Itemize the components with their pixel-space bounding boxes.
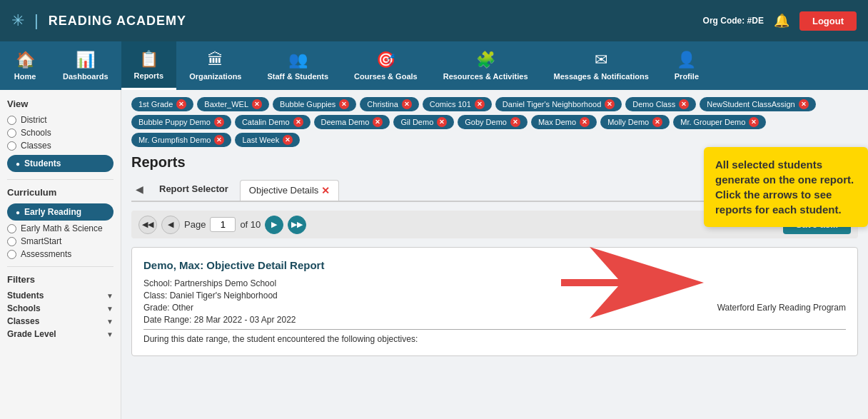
tab-objective-details[interactable]: Objective Details ✕ bbox=[240, 180, 340, 201]
curriculum-early-math[interactable]: Early Math & Science bbox=[7, 223, 113, 233]
tag-remove-demo-class[interactable]: ✕ bbox=[679, 99, 689, 109]
view-classes-label: Classes bbox=[21, 141, 51, 151]
sidebar: View District Schools Classes Students C… bbox=[0, 90, 121, 419]
tag-remove-1st-grade[interactable]: ✕ bbox=[176, 99, 186, 109]
nav-item-courses-goals[interactable]: 🎯 Courses & Goals bbox=[341, 41, 430, 90]
tag-remove-baxter-wel[interactable]: ✕ bbox=[252, 99, 262, 109]
profile-icon: 👤 bbox=[677, 51, 696, 69]
view-schools[interactable]: Schools bbox=[7, 128, 113, 138]
tag-goby: Goby Demo ✕ bbox=[458, 115, 528, 129]
filter-students-label: Students bbox=[7, 291, 44, 301]
tag-remove-bubble-puppy[interactable]: ✕ bbox=[214, 117, 224, 127]
nav-label-messages: Messages & Notifications bbox=[554, 72, 649, 81]
curriculum-early-math-label: Early Math & Science bbox=[21, 223, 103, 233]
curriculum-assessments[interactable]: Assessments bbox=[7, 249, 113, 259]
tab-objective-details-label: Objective Details bbox=[249, 185, 319, 196]
tag-remove-gil[interactable]: ✕ bbox=[437, 117, 447, 127]
reports-icon: 📋 bbox=[139, 50, 158, 69]
tag-remove-bubble-guppies[interactable]: ✕ bbox=[339, 99, 349, 109]
curriculum-smartstart[interactable]: SmartStart bbox=[7, 236, 113, 246]
tab-prev-arrow[interactable]: ◀ bbox=[131, 181, 148, 198]
logo-icon: ✳ bbox=[11, 11, 24, 30]
report-description: During this date range, the student enco… bbox=[143, 334, 846, 344]
view-options: District Schools Classes bbox=[7, 115, 113, 151]
nav-label-dashboards: Dashboards bbox=[63, 72, 108, 81]
nav-item-resources[interactable]: 🧩 Resources & Activities bbox=[430, 41, 541, 90]
tag-bubble-guppies: Bubble Guppies ✕ bbox=[273, 97, 356, 111]
tag-mr-grouper: Mr. Grouper Demo ✕ bbox=[673, 115, 766, 129]
curriculum-title: Curriculum bbox=[7, 187, 113, 198]
nav-item-messages[interactable]: ✉ Messages & Notifications bbox=[541, 41, 662, 90]
logout-button[interactable]: Logout bbox=[799, 11, 857, 31]
tag-remove-mr-grouper[interactable]: ✕ bbox=[749, 117, 759, 127]
organizations-icon: 🏛 bbox=[208, 51, 223, 69]
main-layout: View District Schools Classes Students C… bbox=[0, 90, 868, 419]
nav-label-resources: Resources & Activities bbox=[443, 72, 528, 81]
tab-objective-details-close[interactable]: ✕ bbox=[321, 185, 330, 196]
tag-bubble-puppy: Bubble Puppy Demo ✕ bbox=[131, 115, 231, 129]
nav-item-organizations[interactable]: 🏛 Organizations bbox=[176, 41, 254, 90]
page-prev-btn[interactable]: ◀ bbox=[161, 216, 180, 234]
tag-remove-comics-101[interactable]: ✕ bbox=[475, 99, 485, 109]
filter-classes-label: Classes bbox=[7, 316, 39, 326]
nav-item-home[interactable]: 🏠 Home bbox=[0, 41, 50, 90]
logo-divider: | bbox=[34, 11, 39, 30]
tag-remove-newstudent[interactable]: ✕ bbox=[799, 99, 809, 109]
content-area: 1st Grade ✕ Baxter_WEL ✕ Bubble Guppies … bbox=[121, 90, 868, 419]
filter-students[interactable]: Students ▼ bbox=[7, 291, 113, 301]
filter-schools[interactable]: Schools ▼ bbox=[7, 303, 113, 313]
page-label: Page bbox=[184, 219, 206, 230]
tag-max: Max Demo ✕ bbox=[531, 115, 597, 129]
page-next-btn[interactable]: ▶ bbox=[265, 216, 283, 234]
header-right: Org Code: #DE 🔔 Logout bbox=[703, 11, 857, 31]
nav-label-courses-goals: Courses & Goals bbox=[354, 72, 418, 81]
tag-remove-goby[interactable]: ✕ bbox=[510, 117, 520, 127]
nav-label-staff-students: Staff & Students bbox=[267, 72, 328, 81]
tag-remove-mr-grumpfish[interactable]: ✕ bbox=[214, 135, 224, 145]
view-district-label: District bbox=[21, 115, 47, 125]
tag-remove-deema[interactable]: ✕ bbox=[373, 117, 383, 127]
filter-schools-label: Schools bbox=[7, 303, 41, 313]
tag-remove-last-week[interactable]: ✕ bbox=[283, 135, 293, 145]
tab-report-selector[interactable]: Report Selector bbox=[148, 178, 240, 202]
org-code-value: #DE bbox=[747, 16, 764, 26]
tag-last-week: Last Week ✕ bbox=[235, 133, 300, 147]
page-first-btn[interactable]: ◀◀ bbox=[138, 216, 157, 234]
curriculum-smartstart-label: SmartStart bbox=[21, 236, 61, 246]
tooltip-box: All selected students generate on the on… bbox=[704, 147, 868, 227]
report-grade-row: Grade: Other Waterford Early Reading Pro… bbox=[143, 303, 846, 313]
tag-1st-grade: 1st Grade ✕ bbox=[131, 97, 193, 111]
nav-item-reports[interactable]: 📋 Reports bbox=[121, 41, 177, 90]
view-district[interactable]: District bbox=[7, 115, 113, 125]
tag-molly: Molly Demo ✕ bbox=[600, 115, 670, 129]
tag-christina: Christina ✕ bbox=[360, 97, 418, 111]
bell-icon[interactable]: 🔔 bbox=[774, 13, 789, 29]
tag-remove-daniel-tigers[interactable]: ✕ bbox=[605, 99, 615, 109]
tag-daniel-tigers: Daniel Tiger's Neighborhood ✕ bbox=[495, 97, 622, 111]
filter-classes[interactable]: Classes ▼ bbox=[7, 316, 113, 326]
report-grade: Grade: Other bbox=[143, 303, 193, 313]
tag-remove-max[interactable]: ✕ bbox=[580, 117, 590, 127]
nav-label-reports: Reports bbox=[134, 71, 164, 80]
tag-remove-christina[interactable]: ✕ bbox=[402, 99, 412, 109]
view-students-btn[interactable]: Students bbox=[7, 155, 113, 172]
curriculum-early-reading-btn[interactable]: Early Reading bbox=[7, 203, 113, 221]
page-last-btn[interactable]: ▶▶ bbox=[288, 216, 306, 234]
tag-remove-molly[interactable]: ✕ bbox=[652, 117, 662, 127]
tag-gil: Gil Demo ✕ bbox=[393, 115, 454, 129]
home-icon: 🏠 bbox=[16, 51, 35, 69]
report-divider bbox=[143, 329, 846, 330]
courses-goals-icon: 🎯 bbox=[376, 51, 395, 69]
nav-item-dashboards[interactable]: 📊 Dashboards bbox=[50, 41, 121, 90]
nav-item-staff-students[interactable]: 👥 Staff & Students bbox=[254, 41, 341, 90]
view-classes[interactable]: Classes bbox=[7, 141, 113, 151]
sidebar-divider-1 bbox=[7, 179, 113, 180]
filter-grade-level[interactable]: Grade Level ▼ bbox=[7, 329, 113, 339]
report-date-range: Date Range: 28 Mar 2022 - 03 Apr 2022 bbox=[143, 315, 846, 325]
nav-item-profile[interactable]: 👤 Profile bbox=[662, 41, 712, 90]
header: ✳ | READING ACADEMY Org Code: #DE 🔔 Logo… bbox=[0, 0, 868, 41]
tag-remove-catalin[interactable]: ✕ bbox=[293, 117, 303, 127]
of-label: of 10 bbox=[240, 219, 261, 230]
report-class: Class: Daniel Tiger's Neighborhood bbox=[143, 291, 846, 301]
page-input[interactable] bbox=[210, 217, 236, 232]
